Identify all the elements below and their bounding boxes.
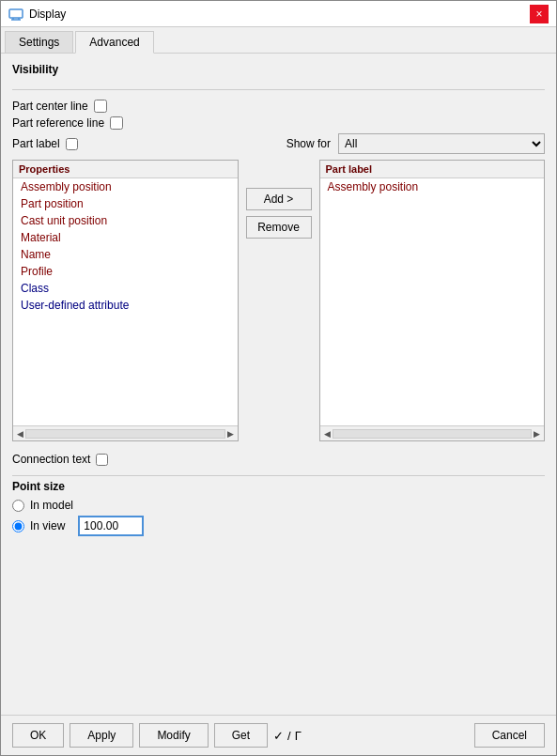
in-view-row: In view [12, 516, 545, 536]
remove-button[interactable]: Remove [246, 216, 312, 239]
part-reference-line-label: Part reference line [12, 116, 104, 130]
hscroll-track-2[interactable] [333, 429, 533, 439]
list-item[interactable]: Name [13, 246, 238, 263]
show-for-label: Show for [286, 137, 331, 150]
connection-text-label: Connection text [12, 453, 90, 466]
tab-settings[interactable]: Settings [5, 31, 73, 53]
hscroll-left-arrow-2[interactable]: ◀ [322, 429, 333, 439]
properties-list-header: Properties [13, 161, 238, 178]
in-view-value-input[interactable] [78, 516, 144, 536]
part-reference-line-row: Part reference line [12, 116, 545, 130]
get-button[interactable]: Get [214, 723, 268, 748]
hscroll-left-arrow[interactable]: ◀ [15, 429, 25, 439]
svg-rect-0 [9, 9, 23, 18]
point-size-section: Point size In model In view [12, 475, 545, 540]
in-model-radio[interactable] [12, 500, 24, 512]
properties-list-box: Properties Assembly position Part positi… [12, 160, 239, 441]
checkmark-icon: ✓ [273, 729, 284, 743]
add-remove-buttons: Add > Remove [246, 160, 312, 239]
properties-list-inner[interactable]: Assembly position Part position Cast uni… [13, 178, 238, 425]
part-label-show-row: Part label Show for All Selected None [12, 133, 545, 154]
slash-icon: / [287, 729, 291, 743]
list-item[interactable]: Material [13, 229, 238, 246]
cancel-button[interactable]: Cancel [474, 723, 545, 748]
part-label-list-inner[interactable]: Assembly position [320, 178, 545, 425]
lists-container: Properties Assembly position Part positi… [12, 160, 545, 441]
hscroll-track[interactable] [25, 429, 225, 439]
tabs-bar: Settings Advanced [1, 27, 556, 54]
tab-advanced[interactable]: Advanced [75, 31, 153, 54]
in-model-row: In model [12, 499, 545, 512]
connection-text-row: Connection text [12, 453, 545, 466]
part-label-checkbox[interactable] [66, 138, 78, 150]
ok-button[interactable]: OK [12, 723, 64, 748]
visibility-divider [12, 89, 545, 90]
check-slash-group: ✓ / Γ [273, 723, 302, 748]
list-item[interactable]: Assembly position [320, 178, 545, 195]
connection-text-checkbox[interactable] [96, 454, 108, 466]
title-bar: Display × [1, 1, 556, 27]
hscroll-right-arrow[interactable]: ▶ [225, 429, 236, 439]
footer-left-buttons: OK Apply Modify Get ✓ / Γ [12, 723, 302, 748]
display-icon [8, 7, 23, 22]
title-bar-left: Display [8, 7, 66, 22]
in-model-label: In model [30, 499, 73, 512]
list-item[interactable]: User-defined attribute [13, 297, 238, 314]
part-label-left: Part label [12, 137, 78, 150]
add-button[interactable]: Add > [246, 188, 312, 210]
list-item[interactable]: Assembly position [13, 178, 238, 195]
hscroll-right-arrow-2[interactable]: ▶ [532, 429, 542, 439]
list-item[interactable]: Cast unit position [13, 212, 238, 229]
list-item[interactable]: Profile [13, 263, 238, 280]
list-item[interactable]: Part position [13, 195, 238, 212]
list-item[interactable]: Class [13, 280, 238, 297]
modify-button[interactable]: Modify [139, 723, 208, 748]
in-view-radio[interactable] [12, 520, 24, 532]
part-reference-line-checkbox[interactable] [110, 116, 123, 130]
show-for-select[interactable]: All Selected None [338, 133, 545, 154]
part-label-right: Show for All Selected None [286, 133, 545, 154]
gamma-icon: Γ [295, 729, 302, 743]
part-center-line-row: Part center line [12, 100, 545, 113]
main-content: Visibility Part center line Part referen… [1, 54, 556, 715]
point-size-header: Point size [12, 475, 545, 493]
properties-hscrollbar[interactable]: ◀ ▶ [13, 425, 238, 440]
part-label-label: Part label [12, 137, 60, 150]
part-label-hscrollbar[interactable]: ◀ ▶ [320, 425, 545, 440]
in-view-label: In view [30, 519, 65, 532]
close-button[interactable]: × [530, 5, 549, 23]
dialog: Display × Settings Advanced Visibility P… [0, 0, 557, 756]
part-center-line-checkbox[interactable] [94, 100, 107, 113]
dialog-title: Display [29, 8, 66, 21]
visibility-header: Visibility [12, 63, 545, 76]
visibility-section: Part center line Part reference line Par… [12, 100, 545, 154]
apply-button[interactable]: Apply [70, 723, 133, 748]
part-label-list-header: Part label [320, 161, 545, 178]
part-center-line-label: Part center line [12, 100, 88, 113]
part-label-list-box: Part label Assembly position ◀ ▶ [319, 160, 546, 441]
footer: OK Apply Modify Get ✓ / Γ Cancel [1, 715, 556, 755]
